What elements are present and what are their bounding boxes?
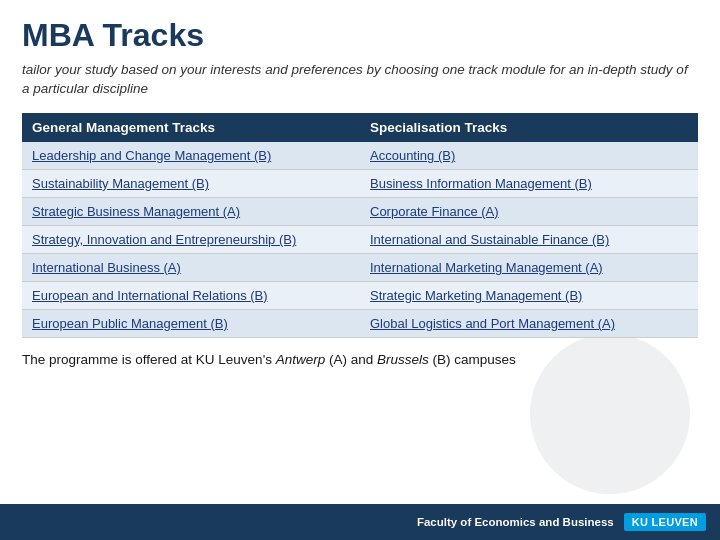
general-track-link[interactable]: European and International Relations (B) (32, 288, 268, 303)
svg-text:?: ? (560, 363, 610, 463)
general-track-cell: Sustainability Management (B) (22, 169, 360, 197)
programme-note: The programme is offered at KU Leuven's … (22, 352, 698, 367)
specialisation-track-cell: Strategic Marketing Management (B) (360, 281, 698, 309)
table-row: European and International Relations (B)… (22, 281, 698, 309)
general-track-link[interactable]: Strategy, Innovation and Entrepreneurshi… (32, 232, 296, 247)
table-row: European Public Management (B)Global Log… (22, 309, 698, 337)
programme-middle: (A) and (325, 352, 377, 367)
specialisation-track-cell: International and Sustainable Finance (B… (360, 225, 698, 253)
general-track-cell: International Business (A) (22, 253, 360, 281)
table-row: Sustainability Management (B)Business In… (22, 169, 698, 197)
table-row: Strategy, Innovation and Entrepreneurshi… (22, 225, 698, 253)
general-track-cell: European and International Relations (B) (22, 281, 360, 309)
specialisation-track-cell: Business Information Management (B) (360, 169, 698, 197)
general-track-link[interactable]: Sustainability Management (B) (32, 176, 209, 191)
col1-header: General Management Tracks (22, 113, 360, 142)
table-row: Strategic Business Management (A)Corpora… (22, 197, 698, 225)
specialisation-track-cell: Global Logistics and Port Management (A) (360, 309, 698, 337)
subtitle: tailor your study based on your interest… (22, 61, 698, 99)
tracks-table: General Management Tracks Specialisation… (22, 113, 698, 338)
main-content: MBA Tracks tailor your study based on yo… (0, 0, 720, 377)
col2-header: Specialisation Tracks (360, 113, 698, 142)
faculty-label: Faculty of Economics and Business (417, 516, 614, 528)
specialisation-track-link[interactable]: Accounting (B) (370, 148, 455, 163)
programme-prefix: The programme is offered at KU Leuven's (22, 352, 276, 367)
table-row: International Business (A)International … (22, 253, 698, 281)
general-track-cell: European Public Management (B) (22, 309, 360, 337)
page-title: MBA Tracks (22, 18, 698, 53)
brussels-label: Brussels (377, 352, 429, 367)
ku-leuven-badge: KU LEUVEN (624, 513, 706, 531)
footer: Faculty of Economics and Business KU LEU… (0, 504, 720, 540)
specialisation-track-cell: Accounting (B) (360, 142, 698, 170)
specialisation-track-link[interactable]: International and Sustainable Finance (B… (370, 232, 609, 247)
specialisation-track-link[interactable]: Global Logistics and Port Management (A) (370, 316, 615, 331)
general-track-cell: Strategy, Innovation and Entrepreneurshi… (22, 225, 360, 253)
general-track-link[interactable]: Strategic Business Management (A) (32, 204, 240, 219)
antwerp-label: Antwerp (276, 352, 326, 367)
general-track-link[interactable]: Leadership and Change Management (B) (32, 148, 271, 163)
general-track-cell: Strategic Business Management (A) (22, 197, 360, 225)
specialisation-track-link[interactable]: International Marketing Management (A) (370, 260, 603, 275)
specialisation-track-cell: Corporate Finance (A) (360, 197, 698, 225)
specialisation-track-link[interactable]: Corporate Finance (A) (370, 204, 499, 219)
specialisation-track-link[interactable]: Business Information Management (B) (370, 176, 592, 191)
programme-suffix: (B) campuses (429, 352, 516, 367)
table-row: Leadership and Change Management (B)Acco… (22, 142, 698, 170)
specialisation-track-cell: International Marketing Management (A) (360, 253, 698, 281)
general-track-link[interactable]: European Public Management (B) (32, 316, 228, 331)
specialisation-track-link[interactable]: Strategic Marketing Management (B) (370, 288, 582, 303)
general-track-link[interactable]: International Business (A) (32, 260, 181, 275)
general-track-cell: Leadership and Change Management (B) (22, 142, 360, 170)
